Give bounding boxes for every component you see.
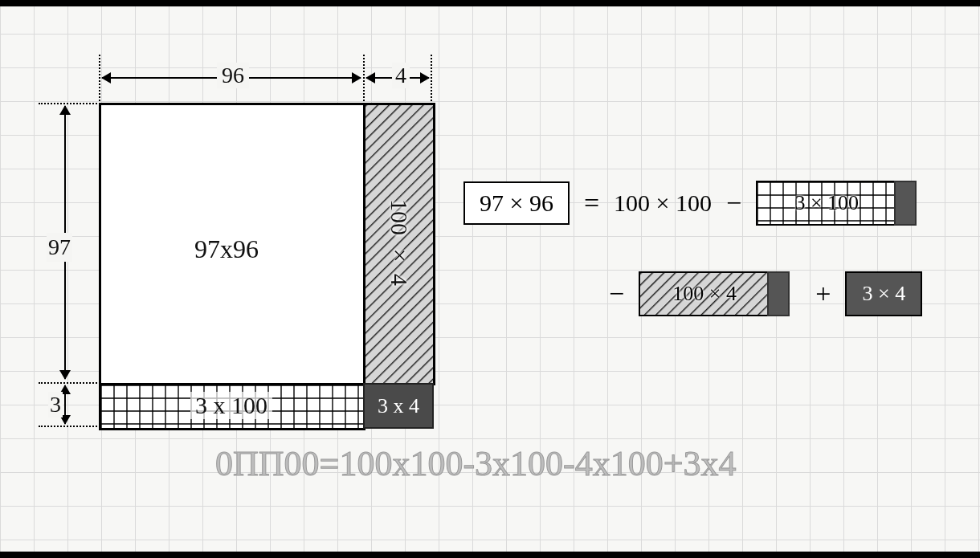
guide-v2 bbox=[363, 55, 365, 104]
eq-equals: = bbox=[584, 188, 599, 218]
equation-row-1: 97 × 96 = 100 × 100 − 3 × 100 bbox=[463, 181, 897, 226]
eq-t3-label: 100 × 4 bbox=[640, 282, 769, 306]
caption-text: 0ПП00=100x100-3x100-4x100+3x4 bbox=[215, 443, 737, 484]
eq-t1: 100 × 100 bbox=[614, 189, 712, 217]
area-main-label: 97x96 bbox=[194, 234, 259, 264]
dim-label-3: 3 bbox=[48, 392, 63, 417]
eq-t2-label: 3 × 100 bbox=[757, 191, 896, 215]
dim-label-4: 4 bbox=[392, 63, 410, 88]
area-corner-label: 3 x 4 bbox=[378, 394, 419, 418]
eq-t2-tail bbox=[894, 181, 917, 226]
guide-h1 bbox=[39, 103, 100, 104]
eq-t3-box: 100 × 4 bbox=[639, 271, 770, 316]
guide-h3 bbox=[39, 426, 100, 427]
dim-label-96: 96 bbox=[217, 63, 249, 88]
eq-t2-box: 3 × 100 bbox=[756, 181, 897, 226]
area-corner-box: 3 x 4 bbox=[363, 383, 434, 429]
caption-rest: =100x100-3x100-4x100+3x4 bbox=[320, 444, 737, 483]
eq-t4-label: 3 × 4 bbox=[863, 282, 906, 306]
dim-arrow-3 bbox=[64, 385, 66, 424]
guide-v3 bbox=[431, 55, 432, 104]
caption-prefix: 0ПП00 bbox=[215, 444, 320, 483]
equation-row-2: − 100 × 4 + 3 × 4 bbox=[609, 271, 922, 316]
guide-v1 bbox=[99, 55, 100, 104]
eq-plus: + bbox=[815, 279, 831, 309]
eq-t3-tail bbox=[767, 271, 790, 316]
dim-label-97: 97 bbox=[47, 233, 72, 262]
guide-h2 bbox=[39, 382, 100, 384]
eq-minus-1: − bbox=[726, 188, 741, 218]
eq-lhs: 97 × 96 bbox=[480, 189, 553, 216]
area-right-label: 100 × 4 bbox=[386, 199, 413, 286]
eq-t4-box: 3 × 4 bbox=[845, 271, 922, 316]
eq-minus-2: − bbox=[609, 279, 624, 309]
area-bottom-label: 3 x 100 bbox=[190, 392, 272, 419]
eq-lhs-box: 97 × 96 bbox=[463, 181, 570, 225]
diagram-canvas: 96 4 97 3 97x96 100 × 4 3 x 100 3 x 4 bbox=[0, 0, 980, 558]
